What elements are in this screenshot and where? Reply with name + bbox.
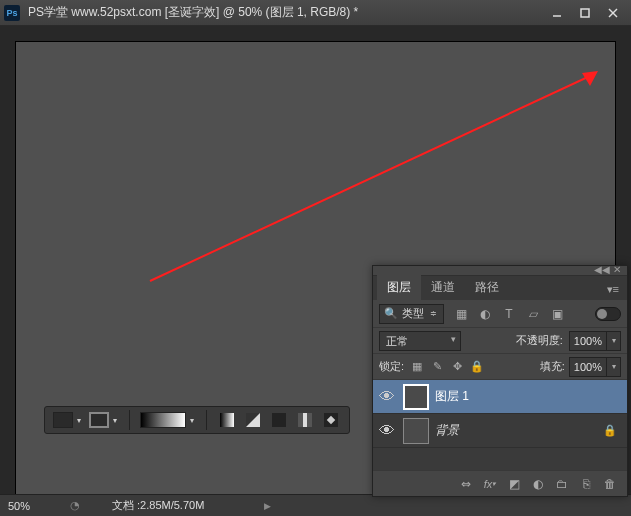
maximize-button[interactable] xyxy=(571,3,599,23)
grad-reflect-icon[interactable] xyxy=(295,411,315,429)
layer-mask-icon[interactable]: ◩ xyxy=(503,474,525,494)
options-bar: ▾ ▾ ▾ xyxy=(44,406,350,434)
layers-panel-footer: ⇔ fx▾ ◩ ◐ 🗀 ⎘ 🗑 xyxy=(373,470,627,496)
grad-diamond-icon[interactable] xyxy=(321,411,341,429)
status-menu-icon[interactable]: ▶ xyxy=(264,501,271,511)
ps-logo-icon: Ps xyxy=(4,5,20,21)
filter-smart-icon[interactable]: ▣ xyxy=(548,305,566,323)
layer-name[interactable]: 背景 xyxy=(435,422,597,439)
status-icon[interactable]: ◔ xyxy=(70,499,80,512)
layers-panel: ◀◀ ✕ 图层 通道 路径 ▾≡ 🔍 类型 ≑ ▦ ◐ T ▱ ▣ 正常 不透明… xyxy=(372,265,628,497)
layer-row[interactable]: 👁 图层 1 xyxy=(373,380,627,414)
panel-menu-icon[interactable]: ▾≡ xyxy=(599,279,627,300)
layer-filter-row: 🔍 类型 ≑ ▦ ◐ T ▱ ▣ xyxy=(373,300,627,328)
close-button[interactable] xyxy=(599,3,627,23)
lock-trans-icon[interactable]: ▦ xyxy=(408,358,426,376)
tab-channels[interactable]: 通道 xyxy=(421,275,465,300)
filter-adjust-icon[interactable]: ◐ xyxy=(476,305,494,323)
svg-rect-6 xyxy=(220,413,234,427)
gradient-swatch[interactable]: ▾ xyxy=(140,412,196,428)
lock-row: 锁定: ▦ ✎ ✥ 🔒 填充: 100%▾ xyxy=(373,354,627,380)
grad-radial-icon[interactable] xyxy=(243,411,263,429)
delete-layer-icon[interactable]: 🗑 xyxy=(599,474,621,494)
filter-kind-select[interactable]: 🔍 类型 ≑ xyxy=(379,304,444,324)
layer-fx-icon[interactable]: fx▾ xyxy=(479,474,501,494)
filter-type-icon[interactable]: T xyxy=(500,305,518,323)
tab-paths[interactable]: 路径 xyxy=(465,275,509,300)
layer-row[interactable]: 👁 背景 🔒 xyxy=(373,414,627,448)
window-titlebar: Ps PS学堂 www.52psxt.com [圣诞字效] @ 50% (图层 … xyxy=(0,0,631,26)
tab-layers[interactable]: 图层 xyxy=(377,275,421,300)
svg-rect-9 xyxy=(272,413,286,427)
grad-angle-icon[interactable] xyxy=(269,411,289,429)
fill-swatch[interactable]: ▾ xyxy=(53,412,83,428)
svg-rect-11 xyxy=(303,413,307,427)
grad-linear-icon[interactable] xyxy=(217,411,237,429)
document-size: 文档 :2.85M/5.70M xyxy=(112,498,204,513)
fill-input[interactable]: 100%▾ xyxy=(569,357,621,377)
visibility-icon[interactable]: 👁 xyxy=(377,387,397,407)
opacity-input[interactable]: 100%▾ xyxy=(569,331,621,351)
blend-mode-select[interactable]: 正常 xyxy=(379,331,461,351)
zoom-level[interactable]: 50% xyxy=(8,500,58,512)
layer-list: 👁 图层 1 👁 背景 🔒 xyxy=(373,380,627,470)
layer-thumbnail[interactable] xyxy=(403,418,429,444)
lock-label: 锁定: xyxy=(379,359,404,374)
lock-pos-icon[interactable]: ✥ xyxy=(448,358,466,376)
lock-icon: 🔒 xyxy=(603,424,617,437)
filter-shape-icon[interactable]: ▱ xyxy=(524,305,542,323)
new-layer-icon[interactable]: ⎘ xyxy=(575,474,597,494)
visibility-icon[interactable]: 👁 xyxy=(377,421,397,441)
layer-group-icon[interactable]: 🗀 xyxy=(551,474,573,494)
fill-label: 填充: xyxy=(540,359,565,374)
stroke-swatch[interactable]: ▾ xyxy=(89,412,119,428)
minimize-button[interactable] xyxy=(543,3,571,23)
adjustment-layer-icon[interactable]: ◐ xyxy=(527,474,549,494)
status-bar: 50% ◔ 文档 :2.85M/5.70M ▶ xyxy=(0,494,631,516)
lock-all-icon[interactable]: 🔒 xyxy=(468,358,486,376)
blend-row: 正常 不透明度: 100%▾ xyxy=(373,328,627,354)
window-title: PS学堂 www.52psxt.com [圣诞字效] @ 50% (图层 1, … xyxy=(28,4,543,21)
panel-tabs: 图层 通道 路径 ▾≡ xyxy=(373,276,627,300)
link-layers-icon[interactable]: ⇔ xyxy=(455,474,477,494)
layer-thumbnail[interactable] xyxy=(403,384,429,410)
layer-name[interactable]: 图层 1 xyxy=(435,388,623,405)
filter-pixel-icon[interactable]: ▦ xyxy=(452,305,470,323)
filter-toggle[interactable] xyxy=(595,307,621,321)
lock-pixel-icon[interactable]: ✎ xyxy=(428,358,446,376)
svg-rect-1 xyxy=(581,9,589,17)
opacity-label: 不透明度: xyxy=(516,333,563,348)
